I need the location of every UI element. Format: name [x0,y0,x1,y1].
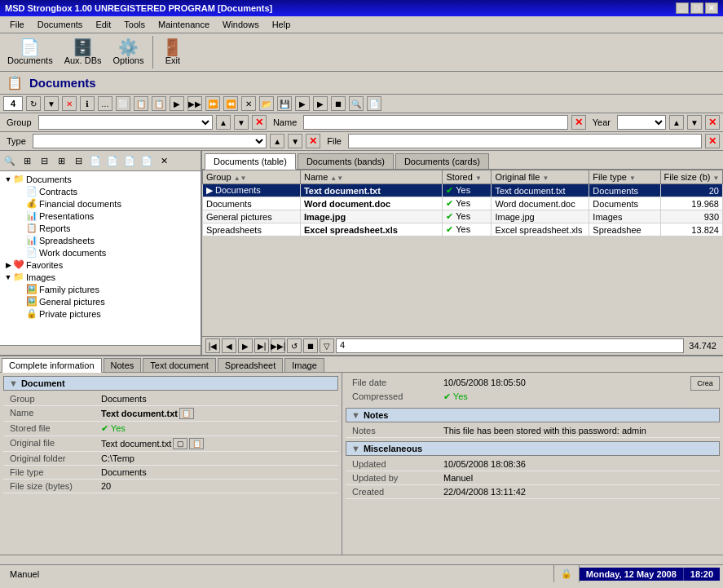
col-header-group[interactable]: Group ▲▼ [203,170,301,184]
toolbar-auxdbs[interactable]: 🗄️ Aux. DBs [60,37,106,68]
filter-btn15[interactable]: 💾 [277,96,292,111]
group-arrow-down[interactable]: ▼ [234,115,249,130]
filter-refresh-btn[interactable]: ↻ [26,96,41,111]
group-arrow-up[interactable]: ▲ [216,115,231,130]
col-header-stored[interactable]: Stored ▼ [443,170,492,184]
filter-down-btn[interactable]: ▼ [44,96,59,111]
tree-item-family[interactable]: 🖼️ Family pictures [2,283,199,295]
name-clear[interactable]: ✕ [571,115,586,130]
col-header-filetype[interactable]: File type ▼ [589,170,660,184]
year-arrow-down[interactable]: ▼ [687,115,702,130]
pag-stop[interactable]: ⏹ [303,338,318,353]
type-arrow-up[interactable]: ▲ [270,134,284,148]
maximize-button[interactable]: □ [690,2,703,14]
tab-table[interactable]: Documents (table) [205,153,296,170]
horiz-scrollbar[interactable] [0,555,723,564]
table-scroll[interactable]: Group ▲▼ Name ▲▼ Stored ▼ [202,170,723,336]
type-arrow-down[interactable]: ▼ [288,134,302,148]
pag-loop[interactable]: ↺ [287,338,302,353]
type-select[interactable] [33,134,267,148]
filter-btn17[interactable]: ▶ [313,96,328,111]
group-clear[interactable]: ✕ [252,115,267,130]
menu-edit[interactable]: Edit [89,18,117,31]
year-arrow-up[interactable]: ▲ [669,115,684,130]
minimize-button[interactable]: _ [676,2,689,14]
menu-tools[interactable]: Tools [117,18,152,31]
col-header-original[interactable]: Original file ▼ [492,170,589,184]
tree-collapse-btn[interactable]: ⊟ [36,153,52,169]
original-btn1[interactable]: ▢ [173,438,187,449]
tree-item-spreadsheets[interactable]: 📊 Spreadsheets [2,234,199,246]
filter-info-btn[interactable]: ℹ [80,96,95,111]
filter-dots-btn[interactable]: … [98,96,112,111]
pag-next[interactable]: ▶| [254,338,269,353]
tree-item-documents[interactable]: ▼ 📁 Documents [2,173,199,185]
filter-btn8[interactable]: 📋 [152,96,166,111]
name-input[interactable] [303,115,568,130]
filter-btn9[interactable]: ▶ [170,96,184,111]
original-btn2[interactable]: 📋 [189,438,204,449]
tree-toggle-images[interactable]: ▼ [3,273,13,281]
pag-play[interactable]: ▶ [238,338,253,353]
tree-btn3[interactable]: ⊞ [53,153,69,169]
filter-btn19[interactable]: 🔍 [349,96,364,111]
menu-windows[interactable]: Windows [216,18,266,31]
tree-btn7[interactable]: 📄 [121,153,138,169]
group-select[interactable] [38,115,213,130]
filter-delete-btn[interactable]: ✕ [62,96,77,111]
close-button[interactable]: ✕ [705,2,718,14]
table-row[interactable]: Documents Word document.doc ✔ Yes Word d… [203,197,723,210]
filter-btn10[interactable]: ▶▶ [187,96,202,111]
tree-btn4[interactable]: ⊟ [70,153,86,169]
toolbar-documents[interactable]: 📄 Documents [3,37,57,68]
pag-prev[interactable]: ◀ [222,338,236,353]
tree-item-reports[interactable]: 📋 Reports [2,222,199,234]
filter-btn14[interactable]: 📂 [259,96,274,111]
tree-btn8[interactable]: 📄 [139,153,155,169]
menu-documents[interactable]: Documents [31,18,90,31]
tree-item-general[interactable]: 🖼️ General pictures [2,295,199,307]
tree-item-workdocs[interactable]: 📄 Work documents [2,246,199,259]
menu-maintenance[interactable]: Maintenance [152,18,216,31]
tree-item-favorites[interactable]: ▶ ❤️ Favorites [2,259,199,271]
filter-btn13[interactable]: ✕ [241,96,256,111]
col-header-name[interactable]: Name ▲▼ [300,170,442,184]
tree-item-financial[interactable]: 💰 Financial documents [2,197,199,210]
tree-toggle-documents[interactable]: ▼ [3,175,13,183]
info-tab-notes[interactable]: Notes [104,358,142,372]
tree-btn6[interactable]: 📄 [104,153,121,169]
tree-btn9[interactable]: ✕ [156,153,172,169]
filter-btn12[interactable]: ⏪ [223,96,238,111]
info-tab-textdoc[interactable]: Text document [143,358,216,372]
col-header-filesize[interactable]: File size (b) ▼ [660,170,722,184]
pag-first[interactable]: |◀ [205,338,220,353]
filter-btn6[interactable]: ⬜ [116,96,130,111]
file-clear[interactable]: ✕ [705,134,720,148]
tab-cards[interactable]: Documents (cards) [395,153,489,169]
tree-scrollbar[interactable] [0,345,201,355]
year-select[interactable] [617,115,666,130]
table-row[interactable]: Spreadsheets Excel spreadsheet.xls ✔ Yes… [203,223,723,237]
toolbar-exit[interactable]: 🚪 Exit [158,37,187,68]
tree-item-images[interactable]: ▼ 📁 Images [2,271,199,283]
filter-btn16[interactable]: ▶ [295,96,310,111]
tree-toggle-favorites[interactable]: ▶ [3,261,13,269]
tree-item-contracts[interactable]: 📄 Contracts [2,185,199,197]
table-row[interactable]: General pictures Image.jpg ✔ Yes Image.j… [203,210,723,223]
filter-btn11[interactable]: ⏩ [205,96,220,111]
info-tab-complete[interactable]: Complete information [2,358,102,373]
file-input[interactable] [348,134,702,148]
info-tab-spreadsheet[interactable]: Spreadsheet [218,358,283,372]
tab-bands[interactable]: Documents (bands) [298,153,394,169]
filter-btn7[interactable]: 📋 [134,96,148,111]
tree-btn5[interactable]: 📄 [87,153,104,169]
filter-btn18[interactable]: ⏹ [331,96,346,111]
tree-search-btn[interactable]: 🔍 [2,153,18,169]
tree-expand-all-btn[interactable]: ⊞ [19,153,35,169]
pag-last[interactable]: ▶▶| [271,338,285,353]
tree-item-presentations[interactable]: 📊 Presentations [2,210,199,222]
filter-btn20[interactable]: 📄 [367,96,381,111]
toolbar-options[interactable]: ⚙️ Options [109,37,148,68]
table-row[interactable]: ▶ Documents Text document.txt ✔ Yes Text… [203,184,723,197]
info-tab-image[interactable]: Image [284,358,324,372]
